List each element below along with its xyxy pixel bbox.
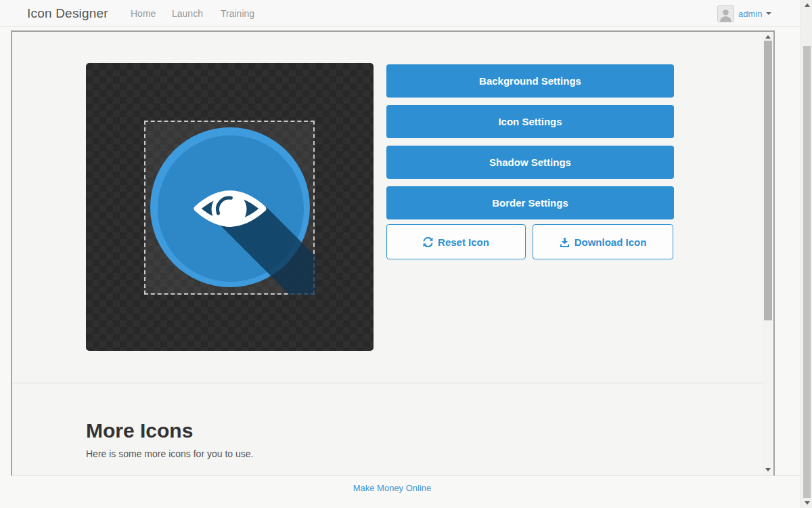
reset-icon-label: Reset Icon bbox=[438, 236, 489, 248]
reset-icon-button[interactable]: Reset Icon bbox=[386, 224, 526, 259]
background-settings-button[interactable]: Background Settings bbox=[386, 64, 674, 98]
refresh-icon bbox=[423, 237, 433, 247]
nav-item-home[interactable]: Home bbox=[131, 0, 156, 27]
section-divider bbox=[12, 383, 772, 383]
frame-scrollbar-thumb[interactable] bbox=[764, 41, 772, 320]
icon-canvas[interactable] bbox=[86, 63, 374, 351]
scroll-down-icon[interactable] bbox=[765, 468, 771, 471]
nav-item-training[interactable]: Training bbox=[221, 0, 254, 27]
top-navbar: Icon Designer Home Launch Training admin bbox=[0, 0, 812, 27]
more-icons-subtitle: Here is some more icons for you to use. bbox=[86, 448, 253, 459]
footer-link[interactable]: Make Money Online bbox=[353, 483, 432, 493]
eye-icon bbox=[144, 121, 315, 295]
icon-selection-box[interactable] bbox=[144, 121, 315, 295]
scroll-up-icon[interactable] bbox=[765, 35, 771, 39]
caret-down-icon bbox=[766, 12, 771, 15]
more-icons-title: More Icons bbox=[86, 419, 193, 442]
page-scrollbar[interactable] bbox=[800, 0, 812, 508]
user-menu[interactable]: admin bbox=[717, 0, 771, 27]
page-scrollbar-thumb[interactable] bbox=[803, 46, 811, 498]
footer: Make Money Online bbox=[11, 482, 773, 494]
frame-scrollbar[interactable] bbox=[763, 32, 773, 475]
avatar bbox=[717, 5, 734, 22]
nav-item-launch[interactable]: Launch bbox=[172, 0, 203, 27]
download-icon-button[interactable]: Download Icon bbox=[533, 224, 673, 259]
designer-frame: Background Settings Icon Settings Shadow… bbox=[11, 30, 775, 476]
download-icon bbox=[560, 237, 570, 247]
download-icon-label: Download Icon bbox=[574, 236, 647, 248]
footer-divider bbox=[11, 475, 800, 476]
border-settings-button[interactable]: Border Settings bbox=[386, 186, 674, 219]
page-scroll-up-icon[interactable] bbox=[805, 3, 810, 7]
app-brand[interactable]: Icon Designer bbox=[27, 0, 108, 27]
shadow-settings-button[interactable]: Shadow Settings bbox=[386, 146, 674, 179]
icon-settings-button[interactable]: Icon Settings bbox=[386, 105, 674, 138]
user-name: admin bbox=[738, 9, 762, 19]
page-scroll-down-icon[interactable] bbox=[805, 501, 810, 505]
settings-panel: Background Settings Icon Settings Shadow… bbox=[386, 64, 674, 259]
person-icon bbox=[719, 7, 733, 22]
